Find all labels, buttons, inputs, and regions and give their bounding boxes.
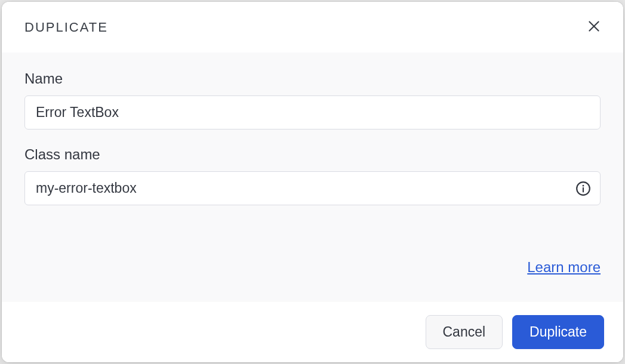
- dialog-footer: Cancel Duplicate: [2, 302, 623, 362]
- close-icon: [586, 18, 602, 36]
- close-button[interactable]: [584, 16, 604, 38]
- body-footer: Learn more: [24, 235, 601, 290]
- duplicate-button[interactable]: Duplicate: [512, 315, 604, 349]
- info-icon[interactable]: [575, 181, 591, 196]
- dialog-body: Name Class name Learn more: [2, 53, 623, 302]
- name-field-group: Name: [24, 70, 601, 129]
- class-name-label: Class name: [24, 146, 601, 163]
- svg-point-4: [583, 184, 584, 186]
- name-label: Name: [24, 70, 601, 87]
- learn-more-link[interactable]: Learn more: [527, 259, 601, 275]
- class-name-input[interactable]: [24, 171, 601, 205]
- dialog-header: DUPLICATE: [2, 2, 623, 53]
- duplicate-dialog: DUPLICATE Name Class name: [2, 2, 623, 362]
- class-name-field-group: Class name: [24, 146, 601, 205]
- cancel-button[interactable]: Cancel: [426, 315, 503, 349]
- class-name-input-wrapper: [24, 171, 601, 205]
- name-input-wrapper: [24, 95, 601, 129]
- dialog-title: DUPLICATE: [24, 20, 108, 35]
- name-input[interactable]: [24, 95, 601, 129]
